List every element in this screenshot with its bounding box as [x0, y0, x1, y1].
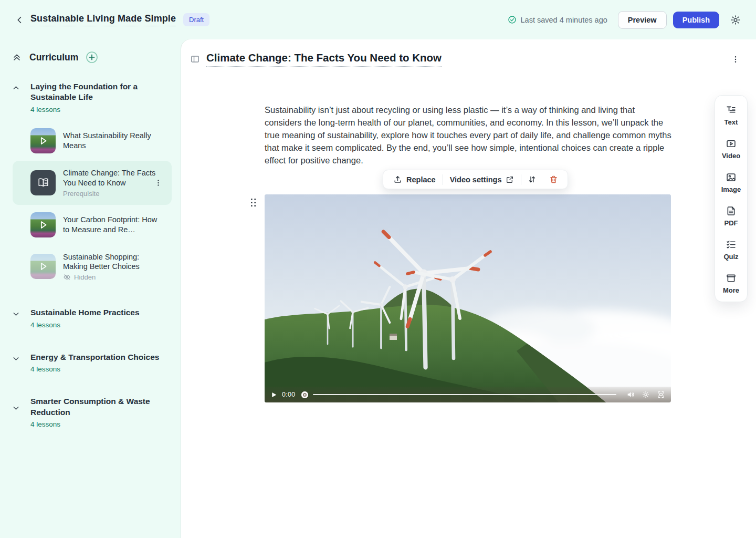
tool-pdf[interactable]: PDF	[724, 205, 738, 227]
chevron-down-icon	[12, 307, 29, 328]
collapse-all-button[interactable]	[12, 52, 22, 63]
lesson-title: Climate Change: The Facts You Need to Kn…	[63, 168, 158, 188]
video-settings-button[interactable]: Video settings	[443, 170, 521, 189]
tool-quiz[interactable]: Quiz	[723, 239, 738, 261]
play-button[interactable]	[270, 391, 277, 398]
upload-icon	[393, 175, 402, 184]
lesson-item[interactable]: What Sustainability Really Means	[24, 121, 172, 161]
check-circle-icon	[508, 15, 517, 24]
replace-button[interactable]: Replace	[386, 170, 443, 189]
video-thumbnail	[30, 212, 56, 237]
kebab-menu-icon	[154, 179, 162, 187]
play-icon	[30, 212, 56, 237]
lesson-editor: Climate Change: The Facts You Need to Kn…	[181, 39, 756, 538]
lesson-list: What Sustainability Really Means Climate…	[12, 121, 172, 288]
section-header[interactable]: Smarter Consumption & Waste Reduction 4 …	[12, 396, 172, 428]
lesson-page-title[interactable]: Climate Change: The Facts You Need to Kn…	[206, 51, 442, 67]
tool-label: Quiz	[723, 253, 738, 261]
section-lesson-count: 4 lessons	[30, 106, 172, 113]
image-icon	[726, 172, 737, 183]
lesson-paragraph[interactable]: Sustainability isn’t just about recyclin…	[265, 104, 672, 167]
scrubber-handle[interactable]	[301, 391, 308, 398]
sidebar-toggle-button[interactable]	[190, 54, 200, 64]
section-title: Smarter Consumption & Waste Reduction	[30, 396, 151, 418]
settings-button[interactable]	[728, 12, 743, 28]
reading-lesson-tile	[30, 170, 56, 195]
tool-text[interactable]: Text	[724, 105, 738, 126]
reorder-button[interactable]	[521, 170, 543, 189]
add-section-button[interactable]	[86, 51, 98, 64]
more-icon	[726, 273, 737, 284]
external-link-icon	[506, 175, 514, 184]
curriculum-sidebar: Curriculum Laying the Foundation for a S…	[0, 39, 181, 538]
play-icon	[30, 128, 56, 153]
tool-label: PDF	[724, 219, 738, 227]
chevron-down-icon	[12, 396, 29, 428]
section-title: Laying the Foundation for a Sustainable …	[30, 81, 172, 103]
lesson-item-hidden[interactable]: Sustainable Shopping: Making Better Choi…	[24, 245, 172, 289]
chevron-up-icon	[12, 81, 29, 113]
section-header[interactable]: Laying the Foundation for a Sustainable …	[12, 81, 172, 113]
double-chevron-up-icon	[12, 52, 22, 63]
delete-block-button[interactable]	[543, 170, 564, 189]
preview-button[interactable]: Preview	[618, 11, 667, 29]
play-icon	[30, 254, 56, 279]
pdf-icon	[726, 205, 737, 216]
text-icon	[726, 105, 737, 116]
lesson-item-selected[interactable]: Climate Change: The Facts You Need to Kn…	[13, 161, 172, 205]
lesson-meta: Hidden	[63, 273, 158, 281]
curriculum-section: Energy & Transportation Choices 4 lesson…	[12, 352, 172, 373]
curriculum-section: Smarter Consumption & Waste Reduction 4 …	[12, 396, 172, 428]
status-badge: Draft	[183, 13, 209, 26]
tool-label: More	[723, 286, 739, 294]
tool-image[interactable]: Image	[721, 172, 741, 193]
volume-button[interactable]	[626, 390, 635, 399]
player-settings-button[interactable]	[642, 390, 650, 399]
section-header[interactable]: Energy & Transportation Choices 4 lesson…	[12, 352, 172, 373]
block-drag-handle[interactable]	[250, 198, 257, 208]
lesson-meta: Prerequisite	[63, 190, 158, 198]
gear-icon	[730, 14, 741, 26]
tool-label: Text	[724, 118, 738, 126]
video-timestamp: 0:00	[282, 391, 296, 398]
publish-button[interactable]: Publish	[673, 12, 719, 28]
chevron-down-icon	[12, 352, 29, 373]
lesson-title: Sustainable Shopping: Making Better Choi…	[63, 252, 158, 272]
video-frame-wind-turbines	[265, 194, 671, 402]
swap-arrows-icon	[528, 175, 537, 184]
video-controls: 0:00	[265, 387, 671, 402]
curriculum-header: Curriculum	[12, 51, 172, 64]
tool-more[interactable]: More	[723, 273, 739, 294]
video-icon	[726, 138, 737, 149]
sidebar-toggle-icon	[190, 54, 200, 64]
plus-circle-icon	[86, 51, 98, 64]
save-status: Last saved 4 minutes ago	[508, 15, 607, 24]
tool-label: Video	[722, 152, 740, 160]
curriculum-section: Sustainable Home Practices 4 lessons	[12, 307, 172, 328]
content-blocks-panel: Text Video Image PDF Quiz More	[715, 95, 748, 302]
section-lesson-count: 4 lessons	[30, 365, 172, 373]
fullscreen-button[interactable]	[657, 390, 665, 399]
back-button[interactable]	[13, 13, 27, 27]
video-settings-label: Video settings	[450, 175, 502, 184]
drag-dots-icon	[250, 198, 257, 208]
chevron-left-icon	[15, 15, 25, 25]
trash-icon	[549, 175, 558, 184]
replace-label: Replace	[406, 175, 436, 184]
curriculum-section: Laying the Foundation for a Sustainable …	[12, 81, 172, 288]
lesson-item[interactable]: Your Carbon Footprint: How to Measure an…	[24, 205, 172, 245]
section-header[interactable]: Sustainable Home Practices 4 lessons	[12, 307, 172, 328]
save-status-text: Last saved 4 minutes ago	[521, 16, 607, 24]
progress-bar[interactable]	[313, 394, 616, 396]
kebab-menu-icon	[731, 55, 740, 64]
lesson-kebab-button[interactable]	[152, 177, 164, 189]
tool-video[interactable]: Video	[722, 138, 740, 160]
lesson-options-button[interactable]	[729, 53, 742, 66]
lesson-title: What Sustainability Really Means	[63, 131, 158, 151]
topbar: Sustainable Living Made Simple Draft Las…	[0, 0, 756, 39]
course-title[interactable]: Sustainable Living Made Simple	[30, 13, 176, 26]
video-thumbnail	[30, 128, 56, 153]
video-player[interactable]: 0:00	[265, 194, 671, 402]
section-title: Energy & Transportation Choices	[30, 352, 172, 363]
book-open-icon	[37, 176, 50, 189]
